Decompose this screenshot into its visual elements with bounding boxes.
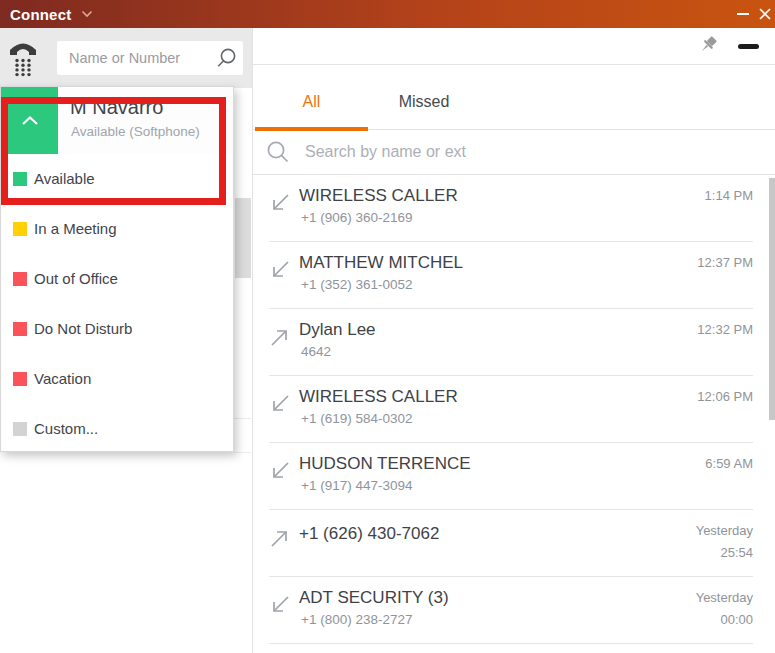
recents-search-input[interactable]	[305, 130, 745, 174]
status-color-swatch	[13, 272, 27, 286]
connect-app-window: Connect	[0, 0, 775, 653]
incoming-call-icon	[269, 393, 291, 415]
dialpad-button[interactable]	[8, 41, 38, 77]
user-status-detail: Available (Softphone)	[71, 124, 200, 139]
incoming-call-icon	[269, 192, 291, 214]
status-option-out-of-office[interactable]: Out of Office	[1, 254, 233, 304]
divider	[234, 452, 251, 453]
status-option-in-a-meeting[interactable]: In a Meeting	[1, 204, 233, 254]
app-title: Connect	[10, 6, 71, 23]
status-option-available[interactable]: Available	[1, 154, 233, 204]
incoming-call-icon	[269, 594, 291, 616]
status-color-swatch	[13, 372, 27, 386]
call-row[interactable]: HUDSON TERRENCE +1 (917) 447-3094 6:59 A…	[253, 443, 775, 510]
recent-calls-panel: All Missed WIRELESS CALLER +1	[252, 28, 775, 653]
caller-name: Dylan Lee	[299, 320, 376, 340]
outgoing-call-icon	[269, 527, 291, 549]
status-color-swatch	[13, 222, 27, 236]
tab-missed-label: Missed	[399, 93, 450, 110]
caller-number: 4642	[301, 344, 331, 359]
dial-input[interactable]	[57, 41, 217, 75]
call-duration: 25:54	[720, 545, 753, 560]
status-menu: Available In a Meeting Out of Office Do …	[1, 154, 233, 454]
close-button[interactable]	[755, 0, 775, 28]
call-time: Yesterday	[696, 523, 753, 538]
call-row[interactable]: +1 (626) 430-7062 Yesterday 25:54	[253, 510, 775, 577]
status-color-swatch	[13, 422, 27, 436]
tab-all-label: All	[303, 93, 321, 110]
call-row[interactable]: WIRELESS CALLER +1 (619) 584-0302 12:06 …	[253, 376, 775, 443]
call-time: 12:32 PM	[697, 322, 753, 337]
close-icon	[758, 7, 772, 21]
caller-number: +1 (619) 584-0302	[301, 411, 412, 426]
status-option-label: Available	[34, 154, 95, 204]
tab-all[interactable]: All	[255, 65, 368, 130]
call-row[interactable]: MATTHEW MITCHEL +1 (352) 361-0052 12:37 …	[253, 242, 775, 309]
pin-icon	[698, 35, 718, 56]
status-color-swatch	[13, 172, 27, 186]
call-row[interactable]: ADT SECURITY (3) +1 (800) 238-2727 Yeste…	[253, 577, 775, 644]
call-history-list: WIRELESS CALLER +1 (906) 360-2169 1:14 P…	[253, 175, 775, 653]
collapse-dash-icon	[738, 44, 759, 49]
status-option-do-not-disturb[interactable]: Do Not Disturb	[1, 304, 233, 354]
caller-number: +1 (906) 360-2169	[301, 210, 412, 225]
pin-button[interactable]	[698, 35, 720, 59]
app-menu-button[interactable]: Connect	[0, 0, 101, 28]
status-option-vacation[interactable]: Vacation	[1, 354, 233, 404]
call-row[interactable]: WIRELESS CALLER +1 (906) 360-2169 1:14 P…	[253, 175, 775, 242]
caller-name: MATTHEW MITCHEL	[299, 253, 463, 273]
call-duration: 00:00	[720, 612, 753, 627]
recents-tabs: All Missed	[253, 65, 775, 130]
call-time: 12:06 PM	[697, 389, 753, 404]
call-time: 6:59 AM	[705, 456, 753, 471]
caller-number: +1 (800) 238-2727	[301, 612, 412, 627]
caller-number: +1 (352) 361-0052	[301, 277, 412, 292]
call-time: Yesterday	[696, 590, 753, 605]
right-scrollbar-thumb[interactable]	[769, 178, 775, 420]
status-option-label: Do Not Disturb	[34, 304, 132, 354]
status-option-custom[interactable]: Custom...	[1, 404, 233, 454]
status-color-swatch	[13, 322, 27, 336]
outgoing-call-icon	[269, 326, 291, 348]
divider	[234, 418, 251, 419]
status-option-label: Vacation	[34, 354, 91, 404]
caller-name: ADT SECURITY (3)	[299, 588, 449, 608]
recents-search-row	[253, 130, 775, 175]
minimize-icon	[737, 13, 749, 15]
left-scrollbar-thumb[interactable]	[235, 198, 251, 278]
status-toggle-button[interactable]: M Navarro Available (Softphone)	[1, 87, 233, 154]
title-bar: Connect	[0, 0, 775, 28]
phone-keypad-icon	[8, 41, 38, 77]
chevron-down-icon	[81, 10, 93, 18]
caller-name: WIRELESS CALLER	[299, 387, 458, 407]
panel-header	[253, 28, 775, 65]
status-option-label: In a Meeting	[34, 204, 117, 254]
dialer-toolbar	[0, 28, 252, 88]
call-time: 1:14 PM	[705, 188, 753, 203]
status-option-label: Custom...	[34, 404, 98, 454]
call-time: 12:37 PM	[697, 255, 753, 270]
incoming-call-icon	[269, 259, 291, 281]
chevron-up-icon	[21, 115, 39, 126]
incoming-call-icon	[269, 460, 291, 482]
status-option-label: Out of Office	[34, 254, 118, 304]
availability-avatar	[1, 87, 58, 154]
dial-input-box	[57, 41, 243, 75]
call-row[interactable]: Dylan Lee 4642 12:32 PM	[253, 309, 775, 376]
status-dropdown: M Navarro Available (Softphone) Availabl…	[0, 86, 234, 452]
collapse-panel-button[interactable]	[738, 44, 759, 50]
caller-name: HUDSON TERRENCE	[299, 454, 471, 474]
caller-name: +1 (626) 430-7062	[299, 524, 439, 544]
user-name: M Navarro	[70, 96, 163, 119]
caller-number: +1 (917) 447-3094	[301, 478, 412, 493]
search-icon	[265, 139, 291, 165]
caller-name: WIRELESS CALLER	[299, 186, 458, 206]
search-icon	[215, 47, 237, 69]
tab-missed[interactable]: Missed	[368, 65, 480, 130]
minimize-button[interactable]	[731, 0, 755, 28]
